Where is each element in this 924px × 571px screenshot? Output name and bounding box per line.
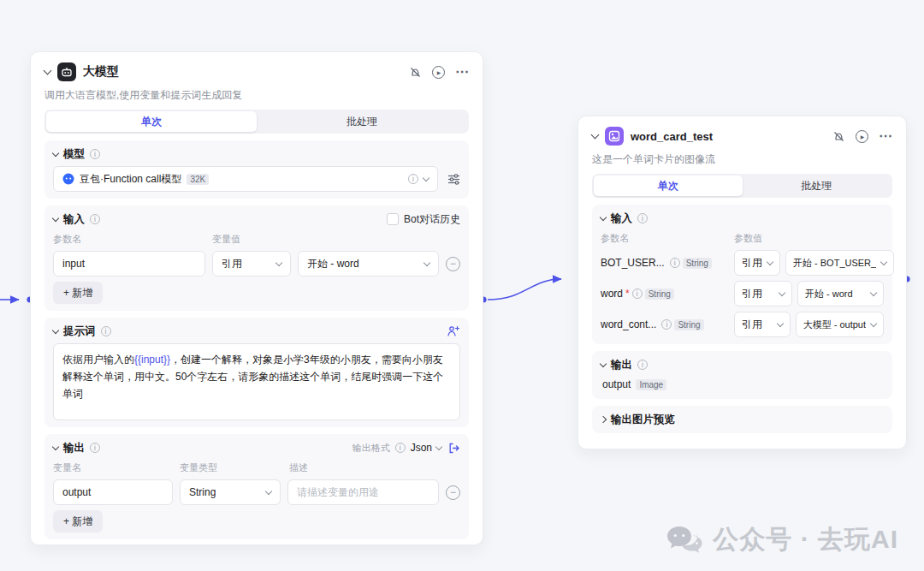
model-name: 豆包·Function call模型 [80, 172, 181, 187]
collapse-chevron-icon[interactable] [591, 131, 600, 140]
info-icon [632, 288, 643, 299]
param-name-cell: word_cont... String [601, 318, 729, 330]
input-param-row: 引用 开始 - word − [53, 251, 460, 277]
ref-type-value: 引用 [742, 256, 762, 271]
prompt-textarea[interactable]: 依据用户输入的{{input}}，创建一个解释，对象是小学3年级的小朋友，需要向… [53, 343, 460, 420]
collapse-chevron-icon[interactable] [600, 213, 607, 220]
ref-type-value: 引用 [742, 318, 762, 332]
remove-row-icon[interactable]: − [446, 485, 460, 500]
tab-batch[interactable]: 批处理 [743, 175, 891, 196]
llm-node-icon [57, 62, 76, 81]
chevron-right-icon [600, 416, 607, 423]
model-section: 模型 豆包·Function call模型 32K [44, 140, 469, 199]
preview-section: 输出图片预览 [592, 406, 892, 433]
chevron-down-icon [275, 259, 282, 266]
chevron-down-icon [870, 289, 877, 296]
var-type-value: String [189, 486, 216, 498]
llm-node-header[interactable]: 大模型 ▶ ⋯ [44, 62, 469, 81]
param-value-select[interactable]: 开始 - word [298, 251, 439, 277]
mode-tabs: 单次 批处理 [44, 110, 469, 134]
param-value-select[interactable]: 大模型 - output [796, 312, 884, 337]
add-param-button[interactable]: + 新增 [53, 282, 103, 304]
ref-type-select[interactable]: 引用 [734, 250, 780, 276]
column-var-name: 变量名 [53, 461, 180, 474]
model-select[interactable]: 豆包·Function call模型 32K [53, 166, 438, 192]
param-value: 开始 - BOT_USER_ [793, 257, 876, 270]
column-param-value: 参数值 [734, 232, 762, 245]
node-header-actions: ▶ ⋯ [832, 129, 892, 143]
param-value: 开始 - word [307, 257, 359, 271]
run-icon[interactable]: ▶ [856, 130, 868, 143]
collapse-chevron-icon[interactable] [52, 214, 59, 221]
tab-batch[interactable]: 批处理 [257, 111, 467, 132]
output-section-label: 输出 [63, 441, 85, 455]
run-icon[interactable]: ▶ [432, 66, 445, 79]
preview-section-toggle[interactable]: 输出图片预览 [601, 413, 884, 426]
input-section: 输入 参数名 参数值 BOT_USER... String 引用 [592, 205, 892, 344]
add-var-button[interactable]: + 新增 [53, 510, 103, 532]
input-section-header[interactable]: 输入 Bot对话历史 [53, 212, 460, 226]
input-section: 输入 Bot对话历史 参数名 变量值 引用 开始 - word [44, 205, 469, 311]
watermark-text: 公众号 · 去玩AI [713, 522, 898, 557]
tab-single[interactable]: 单次 [46, 111, 257, 132]
info-icon [90, 149, 100, 159]
var-desc-input[interactable] [287, 479, 439, 505]
chevron-down-icon [776, 320, 783, 327]
param-name-cell: BOT_USER... String [601, 257, 729, 269]
column-var-desc: 描述 [289, 461, 308, 474]
output-column-headers: 变量名 变量类型 描述 [53, 461, 460, 474]
llm-to-imageflow-wire [488, 279, 561, 300]
node-description: 调用大语言模型,使用变量和提示词生成回复 [44, 88, 469, 103]
info-icon [637, 360, 648, 370]
play-triangle-icon: ▶ [437, 69, 441, 75]
var-name-input[interactable] [53, 479, 173, 505]
info-icon [90, 443, 100, 453]
remove-row-icon[interactable]: − [446, 257, 460, 271]
column-var-type: 变量类型 [180, 461, 289, 474]
prompt-variable: {{input}} [134, 354, 170, 366]
column-param-value: 变量值 [212, 233, 240, 246]
param-value-select[interactable]: 开始 - BOT_USER_ [785, 250, 894, 276]
ref-type-select[interactable]: 引用 [734, 312, 791, 337]
tab-single[interactable]: 单次 [594, 175, 743, 196]
output-format-select[interactable]: Json [411, 442, 441, 454]
output-expand-icon[interactable] [447, 441, 460, 455]
prompt-optimize-icon[interactable] [447, 324, 460, 338]
model-settings-icon[interactable] [447, 172, 460, 186]
input-section-header[interactable]: 输入 [601, 211, 884, 225]
collapse-chevron-icon[interactable] [52, 326, 59, 333]
var-type-select[interactable]: String [180, 479, 281, 505]
chevron-down-icon [265, 488, 272, 495]
param-value: 开始 - word [805, 288, 853, 300]
output-section-header[interactable]: 输出 [601, 358, 884, 372]
chevron-down-icon [870, 320, 877, 327]
debug-icon[interactable] [832, 129, 845, 143]
param-name-input[interactable] [53, 251, 205, 277]
play-triangle-icon: ▶ [861, 134, 865, 140]
more-icon[interactable]: ⋯ [455, 65, 469, 79]
prompt-section-header[interactable]: 提示词 [53, 324, 460, 338]
model-section-header[interactable]: 模型 [53, 147, 460, 161]
more-icon[interactable]: ⋯ [879, 129, 892, 143]
collapse-chevron-icon[interactable] [44, 67, 52, 75]
column-param-name: 参数名 [601, 232, 734, 245]
model-row: 豆包·Function call模型 32K [53, 166, 460, 192]
collapse-chevron-icon[interactable] [52, 443, 59, 449]
output-section: 输出 output Image [592, 351, 892, 399]
param-name-cell: word * String [601, 288, 729, 300]
imageflow-node-header[interactable]: word_card_test ▶ ⋯ [592, 127, 892, 146]
param-value-select[interactable]: 开始 - word [797, 281, 884, 306]
chevron-down-icon [779, 289, 785, 296]
debug-icon[interactable] [408, 65, 422, 79]
output-var-name: output [602, 378, 631, 390]
collapse-chevron-icon[interactable] [52, 149, 59, 156]
ref-type-select[interactable]: 引用 [212, 251, 291, 277]
output-section-header[interactable]: 输出 输出格式 Json [53, 441, 460, 455]
info-icon [408, 174, 418, 184]
collapse-chevron-icon[interactable] [600, 360, 607, 366]
prompt-text: 依据用户输入的 [62, 354, 134, 366]
param-name: BOT_USER... [601, 257, 665, 269]
ref-type-select[interactable]: 引用 [734, 281, 792, 306]
bot-history-checkbox[interactable] [387, 213, 399, 225]
param-type-badge: String [645, 288, 674, 300]
